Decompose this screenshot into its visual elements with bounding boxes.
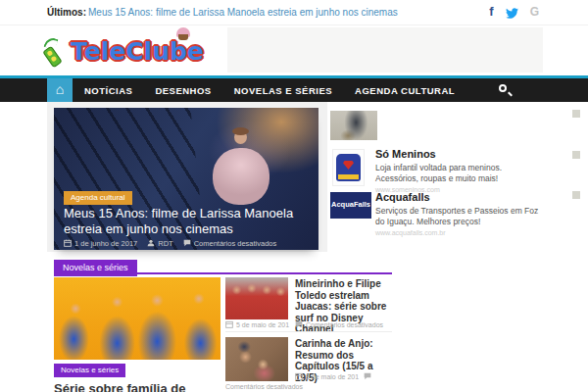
calendar-icon xyxy=(295,372,303,381)
list-item-meta: 5 de maio de 201 Comentários desativados xyxy=(225,320,383,329)
share-widget-placeholder xyxy=(572,151,580,159)
home-button[interactable]: ⌂ xyxy=(47,78,73,102)
site-logo[interactable]: TeleClube xyxy=(45,29,212,74)
twitter-icon[interactable] xyxy=(506,5,518,20)
main-nav: ⌂ NOTÍCIAS DESENHOS NOVELAS E SÉRIES AGE… xyxy=(0,78,588,102)
comments-icon xyxy=(364,372,371,381)
nav-item-agenda-cultural[interactable]: AGENDA CULTURAL xyxy=(355,85,455,96)
calendar-icon xyxy=(64,239,72,249)
nav-item-noticias[interactable]: NOTÍCIAS xyxy=(84,85,132,96)
latest-label: Últimos: xyxy=(47,7,86,18)
shirt-icon xyxy=(336,154,361,181)
cupcake-icon xyxy=(176,27,190,37)
section-heading: Novelas e séries xyxy=(54,257,137,273)
share-widget-placeholder xyxy=(572,191,580,199)
social-links: f G xyxy=(489,4,539,20)
ad-description: Loja infantil voltada para meninos. Aces… xyxy=(375,163,544,183)
category-badge[interactable]: Agenda cultural xyxy=(64,191,132,205)
acquafalls-logo[interactable]: AcquaFalls xyxy=(330,192,371,219)
ad-url: www.acquafalls.com.br xyxy=(375,229,544,236)
header-ad-placeholder xyxy=(227,27,543,73)
search-icon[interactable] xyxy=(498,83,512,97)
article-card-image[interactable] xyxy=(54,277,220,360)
logo-text: TeleClube xyxy=(71,37,204,66)
tv-remote-icon xyxy=(42,46,62,69)
article-card-title[interactable]: Série sobre família de super xyxy=(54,381,220,392)
share-widget-placeholder xyxy=(572,110,580,118)
section-divider xyxy=(54,272,392,274)
facebook-icon[interactable]: f xyxy=(489,4,493,20)
list-item-thumbnail[interactable] xyxy=(225,337,288,381)
featured-article[interactable]: Agenda cultural Meus 15 Anos: filme de L… xyxy=(54,108,318,250)
nav-item-desenhos[interactable]: DESENHOS xyxy=(155,85,211,96)
site-header: TeleClube xyxy=(0,26,588,75)
featured-author: RDT xyxy=(158,239,172,248)
google-plus-icon[interactable]: G xyxy=(530,4,539,20)
featured-meta: 1 de junho de 2017 RDT Comentários desat… xyxy=(64,239,315,249)
featured-comments: Comentários desativados xyxy=(194,239,277,248)
nav-item-novelas-series[interactable]: NOVELAS E SÉRIES xyxy=(234,85,332,96)
news-ticker-link[interactable]: Meus 15 Anos: filme de Larissa Manoela e… xyxy=(88,7,398,18)
calendar-icon xyxy=(225,320,233,329)
ad-description: Serviços de Transportes e Passeios em Fo… xyxy=(375,206,544,226)
featured-date: 1 de junho de 2017 xyxy=(74,239,137,248)
top-bar: Últimos: Meus 15 Anos: filme de Larissa … xyxy=(0,0,588,25)
ad-so-meninos[interactable]: Só Meninos Loja infantil voltada para me… xyxy=(375,148,544,193)
comments-icon xyxy=(183,239,191,249)
author-icon xyxy=(147,239,155,249)
comments-icon xyxy=(295,320,303,329)
ad-banner-image[interactable] xyxy=(330,111,377,140)
article-card: Novelas e séries Série sobre família de … xyxy=(54,277,220,360)
ad-title[interactable]: Só Meninos xyxy=(375,148,544,160)
list-item: Carinha de Anjo: Resumo dos Capítulos (1… xyxy=(225,337,392,392)
ad-acquafalls[interactable]: Acquafalls Serviços de Transportes e Pas… xyxy=(375,191,544,236)
list-item-date: 8 de maio de 201 xyxy=(295,372,374,381)
list-item: Mineirinho e Filipe Toledo estrelam Juac… xyxy=(225,277,392,331)
ad-so-meninos-thumb[interactable] xyxy=(332,149,365,186)
list-divider xyxy=(225,331,392,332)
ad-title[interactable]: Acquafalls xyxy=(375,191,544,203)
list-item-comments: Comentários desativados xyxy=(225,383,303,390)
category-badge[interactable]: Novelas e séries xyxy=(54,364,125,377)
list-item-thumbnail[interactable] xyxy=(225,277,288,319)
featured-title[interactable]: Meus 15 Anos: filme de Larissa Manoela e… xyxy=(64,206,315,237)
